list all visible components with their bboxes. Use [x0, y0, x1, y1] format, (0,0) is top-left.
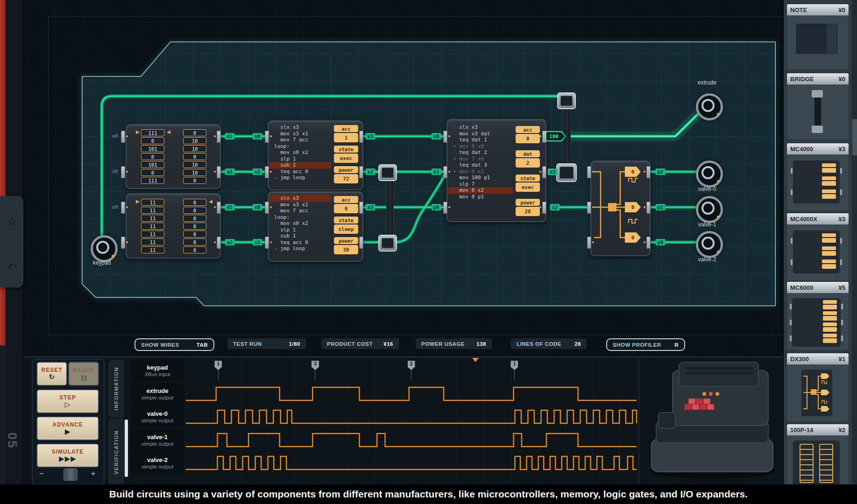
sidebar-scrollbar-thumb[interactable] — [852, 119, 857, 155]
port-stub[interactable] — [587, 237, 591, 249]
code-line[interactable]: loop: — [269, 143, 331, 150]
port-stub[interactable] — [121, 131, 125, 143]
code-line[interactable]: slp 1 — [269, 227, 331, 233]
code-editor[interactable]: slx x3 mov x3 x1 mov 7 accloop: mov x0 x… — [269, 195, 331, 252]
tab-information[interactable]: INFORMATION — [109, 360, 124, 417]
pause-button[interactable]: PAUSE — [68, 362, 99, 386]
part-card-bridge[interactable]: BRIDGE¥0 — [786, 73, 849, 140]
undo-button[interactable]: ↶ — [4, 259, 20, 275]
code-line[interactable]: mov x0 x2 — [269, 220, 331, 227]
port-stub[interactable] — [265, 131, 269, 143]
part-card-note[interactable]: NOTE¥0 — [786, 4, 849, 70]
code-line[interactable]: - jmp loop — [269, 245, 331, 252]
port-stub[interactable] — [265, 166, 269, 178]
part-card-mc4000[interactable]: MC4000¥3 — [786, 143, 849, 211]
port-stub[interactable] — [359, 237, 363, 249]
code-line[interactable]: teq dat 3 — [448, 162, 513, 168]
code-line[interactable]: mov x3 x1 — [269, 131, 331, 137]
code-line[interactable]: mov 100 p1 — [448, 175, 513, 181]
part-card-100p14[interactable]: 100P-14¥2 — [786, 424, 849, 485]
speed-slider-thumb[interactable] — [64, 469, 78, 481]
port-stub[interactable] — [587, 202, 591, 214]
bridge-vertical-mid[interactable] — [386, 172, 394, 243]
port-stub[interactable] — [587, 166, 591, 178]
waveform-timeline[interactable]: 1321 — [186, 358, 637, 485]
port-stub[interactable] — [443, 131, 447, 143]
code-line[interactable]: slx x3 — [269, 195, 331, 202]
code-line[interactable]: teq dat 2 — [448, 149, 513, 156]
mc6000-chip[interactable]: slx x3 mov x3 dat teq dat 1+ mov 0 x0 te… — [446, 119, 546, 222]
part-card-dx300[interactable]: DX300¥1 — [786, 353, 849, 422]
port-stub[interactable] — [265, 202, 269, 214]
speed-slider[interactable]: − + — [37, 469, 97, 481]
code-line[interactable]: mov 0 x2 — [448, 187, 513, 194]
code-line[interactable]: mov x3 x1 — [269, 202, 331, 208]
part-card-mc6000[interactable]: MC6000¥5 — [786, 281, 849, 350]
port-stub[interactable] — [646, 202, 651, 214]
port-stub[interactable] — [542, 166, 546, 178]
code-line[interactable]: + mov 0 x1 — [448, 168, 513, 175]
port-stub[interactable] — [443, 166, 447, 178]
port-stub[interactable] — [121, 237, 125, 249]
port-stub[interactable] — [542, 202, 546, 214]
part-card-mc4000x[interactable]: MC4000X¥3 — [786, 213, 849, 281]
memory-cell: 0 — [141, 153, 164, 160]
code-line[interactable]: mov 0 p1 — [448, 194, 513, 200]
sidebar-scrollbar[interactable] — [852, 0, 857, 484]
mc4000-chip-1[interactable]: slx x3 mov x3 x1 mov 7 accloop: mov x0 x… — [268, 120, 363, 190]
advance-button[interactable]: ADVANCE▶ — [36, 416, 99, 441]
reset-button[interactable]: RESET↻ — [36, 362, 67, 386]
time-cursor-icon[interactable] — [472, 358, 479, 362]
code-line[interactable]: slx x3 — [448, 124, 513, 131]
bridge-cap[interactable] — [378, 235, 397, 252]
port-stub[interactable] — [121, 202, 125, 214]
port-stub[interactable] — [217, 166, 221, 178]
code-line[interactable]: sub 1 — [269, 233, 331, 239]
port-stub[interactable] — [217, 131, 221, 143]
code-line[interactable]: teq dat 1 — [448, 137, 513, 143]
code-line[interactable]: slp 1 — [269, 156, 331, 162]
bridge-cap[interactable] — [557, 92, 576, 109]
verification-scrollbar[interactable] — [125, 420, 128, 477]
speed-minus[interactable]: − — [39, 469, 43, 478]
home-button[interactable]: ⌂ — [4, 213, 20, 229]
code-line[interactable]: mov x0 x2 — [269, 149, 331, 156]
port-stub[interactable] — [217, 202, 221, 214]
port-stub[interactable] — [646, 237, 651, 249]
show-profiler-button[interactable]: SHOW PROFILERR — [606, 338, 685, 351]
bridge-cap[interactable] — [556, 163, 577, 182]
memory-chip-1[interactable]: ▶ ◀ 111010101010111 01010010100 — [126, 124, 221, 189]
code-editor[interactable]: slx x3 mov x3 dat teq dat 1+ mov 0 x0 te… — [448, 124, 513, 200]
port-stub[interactable] — [265, 237, 269, 249]
show-wires-button[interactable]: SHOW WIRESTAB — [135, 338, 214, 351]
code-editor[interactable]: slx x3 mov x3 x1 mov 7 accloop: mov x0 x… — [269, 124, 331, 181]
code-line[interactable]: + mov 7 x0 — [448, 156, 513, 162]
port-stub[interactable] — [121, 166, 125, 178]
speed-plus[interactable]: + — [91, 469, 95, 478]
simulate-button[interactable]: SIMULATE▶▶▶ — [36, 443, 99, 468]
code-line[interactable]: teq acc 0 — [269, 168, 331, 175]
code-line[interactable]: loop: — [269, 214, 331, 221]
port-stub[interactable] — [646, 166, 651, 178]
port-stub[interactable] — [359, 131, 363, 143]
tab-verification[interactable]: VERIFICATION — [109, 419, 124, 485]
code-line[interactable]: slx x3 — [269, 124, 331, 131]
bridge-cap[interactable] — [378, 164, 397, 181]
memory-chip-2[interactable]: ▶ ◀ 11111111111111 0000000 — [126, 193, 221, 259]
port-stub[interactable] — [217, 237, 221, 249]
dx300-chip[interactable]: 0 0 0 — [590, 161, 651, 256]
port-stub[interactable] — [359, 166, 363, 178]
code-line[interactable]: sub 1 — [269, 162, 331, 168]
mc4000-chip-2[interactable]: slx x3 mov x3 x1 mov 7 accloop: mov x0 x… — [268, 191, 363, 262]
code-line[interactable]: teq acc 0 — [269, 239, 331, 246]
code-line[interactable]: slp 7 — [448, 181, 513, 188]
port-stub[interactable] — [359, 202, 363, 214]
port-stub[interactable] — [443, 202, 447, 214]
code-line[interactable]: + mov 0 x0 — [448, 143, 513, 150]
step-button[interactable]: STEP▷ — [36, 389, 99, 413]
circuit-canvas[interactable]: keypad extrude valve-0 valve-1 valve-2 ▶… — [0, 0, 857, 357]
code-line[interactable]: mov 7 acc — [269, 137, 331, 143]
code-line[interactable]: - jmp loop — [269, 175, 331, 181]
code-line[interactable]: mov 7 acc — [269, 208, 331, 214]
code-line[interactable]: mov x3 dat — [448, 131, 513, 137]
